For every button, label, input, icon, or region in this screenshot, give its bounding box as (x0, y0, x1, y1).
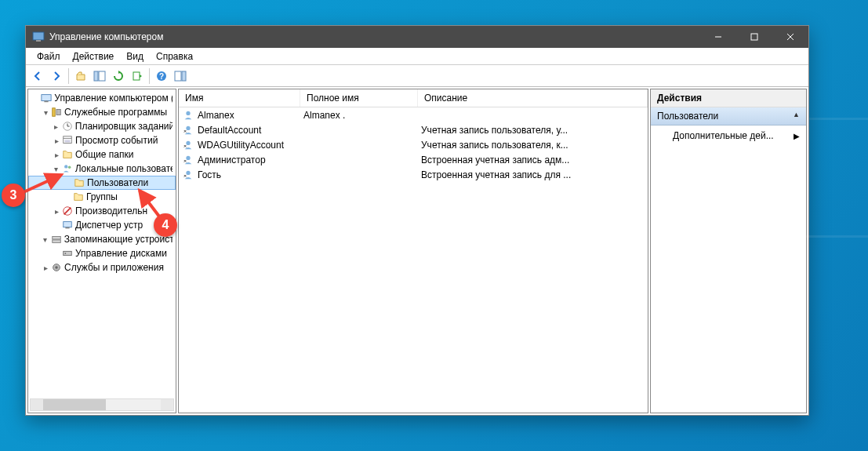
svg-point-35 (55, 266, 58, 269)
title-bar[interactable]: Управление компьютером (26, 26, 808, 48)
tree-event-viewer[interactable]: ▸Просмотр событий (28, 133, 176, 147)
separator (68, 68, 69, 84)
svg-rect-28 (64, 222, 72, 227)
svg-rect-7 (99, 71, 105, 81)
chevron-down-icon[interactable]: ▾ (41, 108, 50, 117)
window-title: Управление компьютером (49, 31, 163, 42)
svg-rect-32 (64, 251, 72, 255)
svg-rect-29 (65, 227, 69, 229)
scroll-right-icon[interactable] (161, 399, 173, 410)
chevron-right-icon[interactable]: ▸ (52, 122, 61, 131)
svg-rect-6 (94, 71, 98, 81)
svg-point-33 (65, 253, 67, 254)
tree-shared-folders[interactable]: ▸Общие папки (28, 147, 176, 162)
chevron-right-icon[interactable]: ▸ (41, 264, 50, 272)
svg-rect-12 (182, 71, 186, 81)
svg-rect-8 (133, 72, 140, 80)
chevron-right-icon[interactable]: ▸ (52, 151, 61, 159)
tree-root-computer-mgmt[interactable]: Управление компьютером (л (28, 91, 176, 105)
svg-rect-11 (175, 71, 181, 81)
svg-rect-16 (56, 110, 60, 115)
list-item[interactable]: Администратор Встроенная учетная запись … (179, 152, 648, 167)
toolbar: ? (26, 65, 808, 87)
separator (149, 68, 150, 84)
list-body: Almanex Almanex . DefaultAccount Учетная… (179, 107, 648, 182)
menu-bar: Файл Действие Вид Справка (26, 48, 808, 65)
svg-point-40 (186, 170, 190, 174)
svg-text:?: ? (159, 72, 164, 81)
svg-point-24 (64, 165, 67, 168)
svg-line-41 (24, 175, 61, 192)
actions-header: Действия (651, 89, 806, 107)
refresh-button[interactable] (110, 67, 127, 85)
maximize-button[interactable] (736, 26, 772, 48)
app-icon (32, 31, 45, 43)
svg-rect-1 (36, 40, 41, 42)
chevron-right-icon[interactable]: ▸ (52, 207, 61, 216)
menu-file[interactable]: Файл (31, 49, 67, 64)
chevron-right-icon: ▶ (794, 132, 800, 140)
more-actions-label: Дополнительные дей... (673, 130, 774, 141)
close-button[interactable] (772, 26, 808, 48)
menu-view[interactable]: Вид (120, 49, 150, 64)
actions-pane: Действия Пользователи ▲ Дополнительные д… (650, 89, 807, 413)
svg-rect-13 (42, 95, 51, 101)
show-hide-action-pane-button[interactable] (172, 67, 189, 85)
user-icon (182, 154, 194, 166)
svg-rect-31 (53, 240, 61, 243)
horizontal-scrollbar[interactable] (30, 398, 174, 411)
user-icon (182, 169, 194, 181)
tree-system-tools[interactable]: ▾Служебные программы (28, 105, 176, 119)
svg-point-36 (186, 111, 190, 115)
scroll-left-icon[interactable] (31, 399, 43, 410)
list-item[interactable]: Гость Встроенная учетная запись для ... (179, 167, 648, 182)
svg-rect-0 (33, 32, 44, 40)
annotation-callout: 4 (154, 213, 177, 237)
back-button[interactable] (29, 67, 46, 85)
svg-point-38 (186, 140, 190, 144)
forward-button[interactable] (48, 67, 65, 85)
content-area: Управление компьютером (л ▾Служебные про… (26, 87, 808, 415)
svg-rect-3 (751, 34, 757, 40)
list-item[interactable]: WDAGUtilityAccount Учетная запись пользо… (179, 137, 648, 152)
export-button[interactable] (129, 67, 146, 85)
up-button[interactable] (72, 67, 89, 85)
svg-rect-14 (45, 101, 49, 103)
scroll-thumb[interactable] (43, 399, 106, 410)
actions-section[interactable]: Пользователи ▲ (651, 107, 806, 125)
more-actions-link[interactable]: Дополнительные дей... ▶ (651, 125, 806, 146)
chevron-down-icon[interactable]: ▾ (41, 235, 50, 244)
user-icon (182, 109, 194, 122)
list-header: Имя Полное имя Описание (179, 89, 648, 107)
tree-task-scheduler[interactable]: ▸Планировщик заданий (28, 119, 176, 133)
svg-point-37 (186, 125, 190, 129)
column-description[interactable]: Описание (418, 89, 648, 107)
column-fullname[interactable]: Полное имя (300, 89, 418, 107)
collapse-icon[interactable]: ▲ (793, 111, 800, 122)
tree-disk-management[interactable]: Управление дисками (28, 246, 176, 260)
user-icon (182, 139, 194, 151)
minimize-button[interactable] (700, 26, 736, 48)
annotation-callout: 3 (2, 184, 25, 207)
chevron-right-icon[interactable]: ▸ (52, 136, 61, 145)
tree-services-apps[interactable]: ▸Службы и приложения (28, 260, 176, 275)
actions-section-label: Пользователи (657, 111, 718, 122)
tree-storage[interactable]: ▾Запоминающие устройст (28, 232, 176, 246)
svg-rect-15 (53, 108, 56, 117)
svg-rect-30 (53, 237, 61, 240)
svg-point-39 (186, 155, 190, 159)
user-icon (182, 124, 194, 136)
list-item[interactable]: Almanex Almanex . (179, 107, 648, 122)
list-pane: Имя Полное имя Описание Almanex Almanex … (178, 89, 648, 413)
list-item[interactable]: DefaultAccount Учетная запись пользовате… (179, 122, 648, 137)
column-name[interactable]: Имя (179, 89, 300, 107)
tree-pane: Управление компьютером (л ▾Служебные про… (27, 89, 176, 413)
menu-help[interactable]: Справка (150, 49, 199, 64)
help-button[interactable]: ? (153, 67, 170, 85)
menu-action[interactable]: Действие (67, 49, 121, 64)
show-hide-tree-button[interactable] (91, 67, 108, 85)
